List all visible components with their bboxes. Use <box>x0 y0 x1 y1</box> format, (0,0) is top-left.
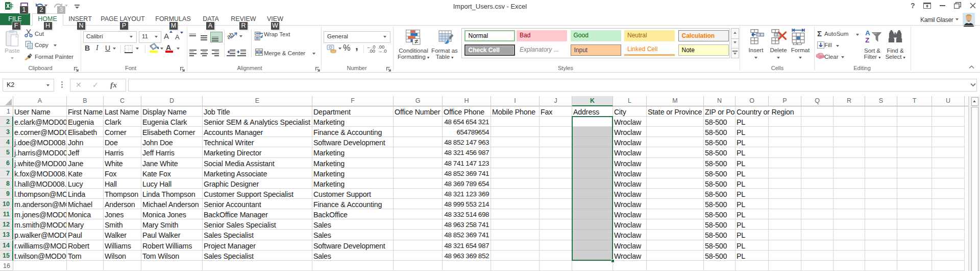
svg-text:≠: ≠ <box>415 38 419 45</box>
svg-text:A: A <box>865 29 870 37</box>
svg-text:Z: Z <box>865 36 869 43</box>
